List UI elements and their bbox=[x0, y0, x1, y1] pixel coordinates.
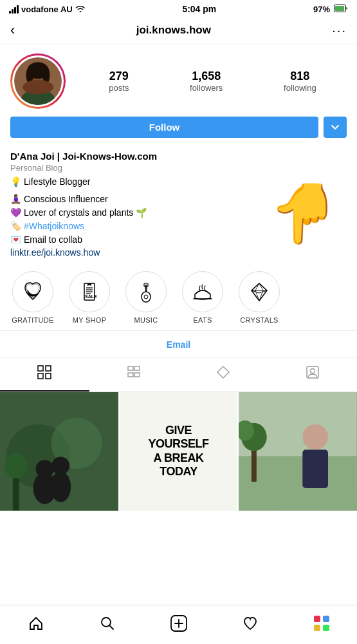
svg-rect-1 bbox=[335, 6, 344, 11]
follow-button[interactable]: Follow bbox=[10, 117, 318, 138]
highlight-crystals[interactable]: CRYSTALS bbox=[237, 271, 282, 324]
svg-rect-55 bbox=[303, 450, 329, 488]
nav-search[interactable] bbox=[95, 612, 120, 635]
bio-line4[interactable]: 🏷️ #Whatjoiknows bbox=[10, 220, 347, 233]
svg-rect-39 bbox=[134, 373, 140, 377]
tab-tagged[interactable] bbox=[179, 357, 268, 392]
signal-icon bbox=[9, 5, 19, 14]
highlight-label-myshop: MY SHOP bbox=[73, 316, 107, 324]
tab-grid[interactable] bbox=[0, 357, 89, 392]
svg-rect-36 bbox=[128, 366, 133, 370]
avatar-inner bbox=[12, 55, 64, 107]
posts-stat[interactable]: 279 posts bbox=[109, 70, 129, 93]
highlight-circle-myshop: SALE bbox=[69, 271, 110, 312]
nav-home[interactable] bbox=[23, 612, 49, 635]
svg-rect-38 bbox=[128, 373, 133, 377]
grid-icon bbox=[37, 365, 51, 383]
grid-section: GIVEYOURSELFA BREAKTODAY bbox=[0, 392, 357, 511]
grid-cell-1[interactable] bbox=[0, 392, 118, 511]
tabs-bar bbox=[0, 357, 357, 392]
wifi-icon bbox=[75, 5, 86, 14]
nav-profile[interactable] bbox=[309, 612, 334, 635]
highlight-circle-eats bbox=[182, 271, 223, 312]
status-bar: vodafone AU 5:04 pm 97% bbox=[0, 0, 357, 17]
top-nav: ‹ joi.knows.how ··· bbox=[0, 17, 357, 44]
status-right: 97% bbox=[313, 5, 348, 14]
highlight-circle-crystals bbox=[239, 271, 280, 312]
posts-count: 279 bbox=[109, 70, 129, 83]
profile-username: joi.knows.how bbox=[136, 24, 211, 37]
email-contact-button[interactable]: Email bbox=[167, 339, 190, 350]
highlight-gratitude[interactable]: GRATITUDE bbox=[10, 271, 55, 324]
svg-point-51 bbox=[50, 471, 71, 502]
nav-likes[interactable] bbox=[237, 612, 263, 635]
bio-line2: 🧘🏾‍♀️ Conscious Influencer bbox=[10, 193, 347, 206]
svg-line-60 bbox=[109, 625, 113, 629]
status-left: vodafone AU bbox=[9, 5, 86, 14]
svg-point-54 bbox=[303, 424, 329, 450]
bio-link[interactable]: linktr.ee/joi.knows.how bbox=[10, 247, 100, 258]
carrier-label: vodafone AU bbox=[21, 5, 73, 14]
bio-line3: 💜 Lover of crystals and plants 🌱 bbox=[10, 206, 347, 220]
svg-rect-33 bbox=[46, 366, 51, 371]
svg-rect-34 bbox=[38, 374, 43, 379]
list-icon bbox=[127, 365, 141, 383]
follow-row: Follow bbox=[10, 117, 347, 138]
highlight-label-music: MUSIC bbox=[134, 316, 158, 324]
svg-point-17 bbox=[142, 292, 151, 302]
bio-line5: 💌 Email to collab bbox=[10, 233, 347, 247]
followers-count: 1,658 bbox=[192, 70, 221, 83]
highlight-myshop[interactable]: SALE MY SHOP bbox=[67, 271, 112, 324]
svg-marker-25 bbox=[252, 283, 267, 301]
followers-label: followers bbox=[190, 83, 223, 93]
contact-row: Email bbox=[0, 331, 357, 357]
following-count: 818 bbox=[290, 70, 309, 83]
highlight-music[interactable]: MUSIC bbox=[124, 271, 169, 324]
svg-rect-66 bbox=[314, 625, 320, 631]
svg-rect-64 bbox=[314, 616, 320, 622]
svg-point-10 bbox=[23, 80, 53, 94]
svg-rect-37 bbox=[134, 366, 140, 370]
grid-text: GIVEYOURSELFA BREAKTODAY bbox=[148, 424, 208, 479]
highlight-eats[interactable]: EATS bbox=[180, 271, 225, 324]
nav-add[interactable] bbox=[166, 612, 192, 635]
followers-stat[interactable]: 1,658 followers bbox=[190, 70, 223, 93]
grid-cell-3[interactable] bbox=[239, 392, 357, 511]
highlights-section: GRATITUDE SALE MY SHOP bbox=[0, 262, 357, 331]
bottom-nav bbox=[0, 605, 357, 644]
svg-marker-26 bbox=[252, 283, 267, 293]
svg-rect-67 bbox=[323, 625, 329, 631]
profile-top: 279 posts 1,658 followers 818 following bbox=[10, 53, 347, 109]
bottom-spacer bbox=[0, 511, 357, 549]
more-options-button[interactable]: ··· bbox=[332, 23, 347, 38]
battery-icon bbox=[334, 5, 348, 14]
highlight-circle-gratitude bbox=[12, 271, 53, 312]
svg-rect-32 bbox=[38, 366, 43, 371]
battery-pct: 97% bbox=[313, 5, 330, 14]
highlight-label-eats: EATS bbox=[193, 316, 212, 324]
highlight-label-crystals: CRYSTALS bbox=[240, 316, 278, 324]
stats-row: 279 posts 1,658 followers 818 following bbox=[78, 70, 347, 93]
back-button[interactable]: ‹ bbox=[10, 22, 15, 39]
follow-dropdown-button[interactable] bbox=[324, 117, 347, 138]
bio-category: Personal Blog bbox=[10, 163, 347, 173]
svg-point-9 bbox=[39, 75, 42, 79]
following-label: following bbox=[284, 83, 316, 93]
tab-profile-pic[interactable] bbox=[268, 357, 357, 392]
following-stat[interactable]: 818 following bbox=[284, 70, 316, 93]
svg-rect-35 bbox=[46, 374, 51, 379]
person-icon bbox=[306, 365, 320, 383]
time-display: 5:04 pm bbox=[182, 4, 216, 14]
avatar[interactable] bbox=[10, 53, 66, 109]
highlight-label-gratitude: GRATITUDE bbox=[12, 316, 53, 324]
bio-name: D'Ana Joi | Joi-Knows-How.com bbox=[10, 151, 347, 162]
svg-text:SALE: SALE bbox=[85, 294, 97, 299]
svg-marker-40 bbox=[217, 366, 229, 378]
profile-section: 279 posts 1,658 followers 818 following … bbox=[0, 44, 357, 144]
tab-list[interactable] bbox=[89, 357, 179, 392]
tag-icon bbox=[216, 365, 230, 383]
svg-point-47 bbox=[5, 453, 28, 478]
grid-cell-2[interactable]: GIVEYOURSELFA BREAKTODAY bbox=[120, 392, 238, 511]
svg-point-18 bbox=[144, 295, 148, 299]
avatar-image bbox=[14, 55, 62, 107]
